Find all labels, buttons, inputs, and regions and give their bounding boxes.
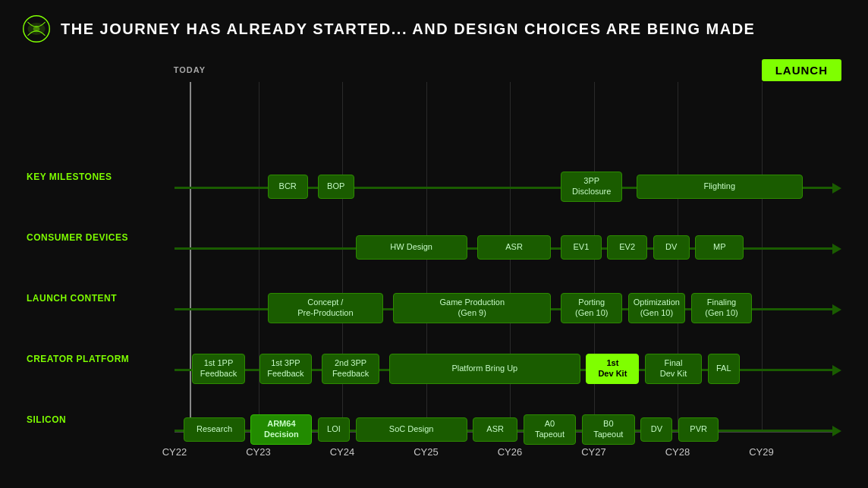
milestone-key-Flighting: Flighting [637,175,803,199]
milestone-key-BOP: BOP [318,175,354,199]
header: THE JOURNEY HAS ALREADY STARTED... AND D… [23,15,845,43]
year-label-CY28: CY28 [665,446,690,458]
row-label-consumer: CONSUMER DEVICES [27,232,171,243]
year-label-CY27: CY27 [581,446,606,458]
milestone-consumer-HW-Design: HW Design [356,235,467,260]
row-label-creator: CREATOR PLATFORM [27,354,171,364]
year-label-CY26: CY26 [498,446,523,458]
milestone-key-3PP-Disclosure: 3PP Disclosure [561,172,622,202]
year-label-CY24: CY24 [330,446,355,458]
row-label-launch: LAUNCH CONTENT [27,293,171,304]
milestone-consumer-MP: MP [695,235,744,260]
milestone-creator-1st-1PP-Feedback: 1st 1PP Feedback [192,354,245,384]
launch-button[interactable]: LAUNCH [762,59,841,81]
milestone-creator-2nd-3PP-Feedback: 2nd 3PP Feedback [322,354,379,384]
milestone-silicon-ARM64-Decision: ARM64 Decision [250,414,312,445]
milestone-launch-Porting-(Gen-10): Porting (Gen 10) [561,293,622,323]
milestone-launch-Finaling-(Gen-10): Finaling (Gen 10) [691,293,753,323]
milestone-creator-Platform-Bring-Up: Platform Bring Up [389,354,580,384]
milestone-launch-Concept-/-Pre-Production: Concept / Pre-Production [268,293,384,323]
milestone-key-BCR: BCR [268,175,308,199]
header-title: THE JOURNEY HAS ALREADY STARTED... AND D… [61,20,755,38]
milestone-consumer-ASR: ASR [477,235,551,260]
milestone-launch-Optimization-(Gen-10): Optimization (Gen 10) [628,293,685,323]
milestone-silicon-A0-Tapeout: A0 Tapeout [524,414,577,445]
year-label-CY29: CY29 [749,446,774,458]
milestone-creator-1st-3PP-Feedback: 1st 3PP Feedback [259,354,313,384]
row-label-key: KEY MILESTONES [27,172,171,182]
today-label: TODAY [174,65,206,74]
milestone-consumer-DV: DV [653,235,690,260]
milestone-silicon-LOI: LOI [318,417,350,442]
milestone-creator-Final-Dev-Kit: Final Dev Kit [645,354,702,384]
milestone-silicon-Research: Research [184,417,245,442]
xbox-logo [23,15,50,43]
year-label-CY25: CY25 [414,446,439,458]
milestone-consumer-EV1: EV1 [561,235,601,260]
svg-point-2 [33,26,40,33]
milestone-creator-1st-Dev-Kit: 1st Dev Kit [586,354,639,384]
milestone-creator-FAL: FAL [708,354,740,384]
milestone-silicon-B0-Tapeout: B0 Tapeout [582,414,635,445]
slide: THE JOURNEY HAS ALREADY STARTED... AND D… [0,0,868,488]
milestone-launch-Game-Production-(Gen-9): Game Production (Gen 9) [393,293,551,323]
milestone-silicon-SoC-Design: SoC Design [356,417,467,442]
chart-area: LAUNCH CY22CY23CY24CY25CY26CY27CY28CY29T… [23,59,845,461]
milestone-silicon-DV: DV [640,417,672,442]
milestone-silicon-PVR: PVR [678,417,719,442]
year-label-CY22: CY22 [162,446,187,458]
today-line [190,82,191,431]
milestone-silicon-ASR: ASR [473,417,517,442]
row-label-silicon: SILICON [27,414,171,425]
year-label-CY23: CY23 [246,446,271,458]
milestone-consumer-EV2: EV2 [607,235,647,260]
